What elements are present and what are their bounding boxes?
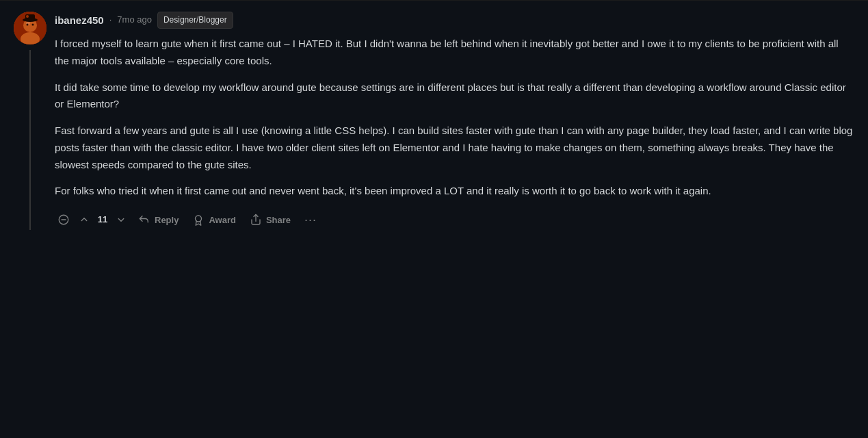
downvote-button[interactable] xyxy=(112,211,130,229)
share-label: Share xyxy=(266,215,291,225)
paragraph-3: Fast forward a few years and gute is all… xyxy=(55,123,854,173)
right-column: ibanez450 · 7mo ago Designer/Blogger I f… xyxy=(55,12,854,230)
more-options-button[interactable]: ··· xyxy=(299,209,322,230)
time-ago: 7mo ago xyxy=(117,13,152,27)
thread-line xyxy=(29,50,31,230)
award-icon xyxy=(192,214,205,226)
avatar xyxy=(14,12,47,44)
reply-button[interactable]: Reply xyxy=(133,209,184,230)
comment-body: I forced myself to learn gute when it fi… xyxy=(55,36,854,200)
reply-icon xyxy=(138,214,150,226)
comment-header: ibanez450 · 7mo ago Designer/Blogger xyxy=(55,12,854,29)
flair-badge: Designer/Blogger xyxy=(157,12,233,29)
svg-point-7 xyxy=(26,15,29,18)
svg-point-3 xyxy=(27,24,29,26)
svg-point-4 xyxy=(32,24,34,26)
award-button[interactable]: Award xyxy=(187,209,241,230)
left-column xyxy=(14,12,47,230)
award-label: Award xyxy=(209,215,236,225)
dot-separator: · xyxy=(109,13,112,27)
collapse-icon xyxy=(57,214,70,226)
comment-actions: 11 Reply xyxy=(55,209,854,230)
upvote-button[interactable] xyxy=(75,211,93,229)
share-icon xyxy=(250,214,262,226)
more-dots: ··· xyxy=(304,213,317,227)
paragraph-2: It did take some time to develop my work… xyxy=(55,79,854,114)
collapse-button[interactable] xyxy=(55,211,73,229)
share-button[interactable]: Share xyxy=(244,209,296,230)
vote-count: 11 xyxy=(96,213,109,227)
reply-label: Reply xyxy=(155,215,179,225)
downvote-icon xyxy=(115,214,127,226)
username: ibanez450 xyxy=(55,12,104,29)
vote-section: 11 xyxy=(75,211,130,229)
paragraph-4: For folks who tried it when it first cam… xyxy=(55,183,854,200)
paragraph-1: I forced myself to learn gute when it fi… xyxy=(55,36,854,70)
upvote-icon xyxy=(78,214,90,226)
comment-container: ibanez450 · 7mo ago Designer/Blogger I f… xyxy=(0,1,868,241)
